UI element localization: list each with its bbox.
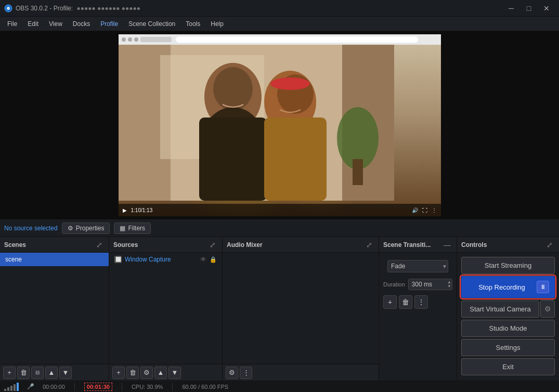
scene-move-up-btn[interactable]: ▲ xyxy=(45,367,58,379)
status-recording-timer: 00:01:30 xyxy=(84,383,112,391)
maximize-button[interactable]: □ xyxy=(521,3,537,14)
controls-minimize-btn[interactable]: ⤢ xyxy=(544,240,555,250)
browser-dot-1 xyxy=(122,37,126,42)
add-scene-btn[interactable]: + xyxy=(3,367,16,379)
gear-icon: ⚙ xyxy=(68,225,73,232)
status-mic-icon: 🎤 xyxy=(27,383,34,390)
source-lock-btn[interactable]: 🔒 xyxy=(210,256,217,263)
audio-settings-btn[interactable]: ⚙ xyxy=(226,367,238,379)
scenes-panel-header: Scenes ⤢ xyxy=(0,237,109,253)
source-label: Window Capture xyxy=(125,256,171,263)
svg-point-14 xyxy=(270,77,310,90)
status-sep-3 xyxy=(172,383,173,391)
menu-profile[interactable]: Profile xyxy=(95,18,123,30)
panels-row: Scenes ⤢ scene + 🗑 ⊟ ▲ ▼ Sources xyxy=(0,237,559,381)
sources-maximize-btn[interactable]: ⤢ xyxy=(207,240,218,250)
svg-point-9 xyxy=(213,67,253,111)
status-section-bars xyxy=(4,383,19,391)
source-visibility-btn[interactable]: 👁 xyxy=(200,256,206,263)
filter-icon: ▦ xyxy=(120,225,125,232)
audio-menu-btn[interactable]: ⋮ xyxy=(240,367,252,379)
controls-panel-content: Start Streaming Stop Recording ⏸ Start V… xyxy=(457,253,559,381)
browser-dot-3 xyxy=(134,37,138,42)
minimize-button[interactable]: ─ xyxy=(503,3,519,14)
status-cpu: CPU: 30.9% xyxy=(132,384,163,390)
scene-item-scene[interactable]: scene xyxy=(0,253,109,266)
duration-input[interactable] xyxy=(408,279,452,290)
remove-scene-btn[interactable]: 🗑 xyxy=(17,367,30,379)
properties-button[interactable]: ⚙ Properties xyxy=(62,223,110,234)
preview-area: ▶ 1:10/1:13 🔊 ⛶ ⋮ xyxy=(0,31,559,219)
stop-recording-button[interactable]: Stop Recording ⏸ xyxy=(461,276,555,298)
transition-menu-btn[interactable]: ⋮ xyxy=(414,295,428,309)
close-button[interactable]: ✕ xyxy=(538,3,555,14)
menu-edit[interactable]: Edit xyxy=(22,18,44,30)
preview-image-svg xyxy=(119,45,394,201)
duration-row: Duration ▲ ▼ xyxy=(379,277,457,292)
scenes-maximize-btn[interactable]: ⤢ xyxy=(94,240,105,250)
exit-button[interactable]: Exit xyxy=(461,358,555,375)
add-source-btn[interactable]: + xyxy=(112,367,125,379)
controls-panel-title: Controls xyxy=(461,241,541,249)
menu-docks[interactable]: Docks xyxy=(68,18,95,30)
scenes-panel-content: scene xyxy=(0,253,109,364)
bar-2 xyxy=(7,387,9,391)
start-virtual-camera-button[interactable]: Start Virtual Camera xyxy=(461,300,539,318)
browser-tab xyxy=(140,37,172,42)
sources-panel-header: Sources ⤢ xyxy=(109,237,222,253)
start-streaming-button[interactable]: Start Streaming xyxy=(461,257,555,274)
transition-actions: + 🗑 ⋮ xyxy=(379,292,457,312)
sources-panel-content: ⬜ Window Capture 👁 🔒 xyxy=(109,253,222,364)
menu-scene-collection[interactable]: Scene Collection xyxy=(123,18,180,30)
svg-point-1 xyxy=(7,7,10,10)
menu-view[interactable]: View xyxy=(44,18,68,30)
preview-fullscreen-icon: ⛶ xyxy=(422,207,427,213)
source-item-window-capture[interactable]: ⬜ Window Capture 👁 🔒 xyxy=(109,253,222,266)
preview-time: 1:10/1:13 xyxy=(131,207,153,213)
controls-panel: Controls ⤢ Start Streaming Stop Recordin… xyxy=(457,237,559,381)
scenes-panel-title: Scenes xyxy=(4,241,91,249)
remove-transition-btn[interactable]: 🗑 xyxy=(399,295,412,309)
remove-source-btn[interactable]: 🗑 xyxy=(126,367,139,379)
transitions-panel-header: Scene Transiti... — xyxy=(379,237,457,253)
bar-3 xyxy=(10,386,12,391)
signal-bars xyxy=(4,383,19,391)
source-move-down-btn[interactable]: ▼ xyxy=(168,367,181,379)
statusbar: 🎤 00:00:00 00:01:30 CPU: 30.9% 60.00 / 6… xyxy=(0,381,559,392)
preview-play-icon: ▶ xyxy=(123,207,127,213)
menu-file[interactable]: File xyxy=(2,18,22,30)
svg-rect-7 xyxy=(353,159,363,185)
audio-maximize-btn[interactable]: ⤢ xyxy=(364,240,374,250)
virtual-camera-settings-btn[interactable]: ⚙ xyxy=(540,300,555,318)
scene-properties-btn[interactable]: ⊟ xyxy=(31,367,44,379)
scene-move-down-btn[interactable]: ▼ xyxy=(59,367,72,379)
preview-controls-bar: ▶ 1:10/1:13 🔊 ⛶ ⋮ xyxy=(119,204,441,216)
info-bar: No source selected ⚙ Properties ▦ Filter… xyxy=(0,219,559,237)
preview-container[interactable]: ▶ 1:10/1:13 🔊 ⛶ ⋮ xyxy=(119,34,441,216)
settings-button[interactable]: Settings xyxy=(461,339,555,356)
duration-down-btn[interactable]: ▼ xyxy=(447,284,451,289)
menu-tools[interactable]: Tools xyxy=(180,18,205,30)
transitions-panel-title: Scene Transiti... xyxy=(383,241,439,249)
transition-select[interactable]: Fade Cut Swipe Slide xyxy=(387,260,448,272)
controls-panel-header: Controls ⤢ xyxy=(457,237,559,253)
pause-recording-button[interactable]: ⏸ xyxy=(537,281,549,293)
browser-bar xyxy=(119,34,441,45)
app-title: OBS 30.0.2 - Profile: ●●●●● ●●●●●● ●●●●● xyxy=(16,5,503,12)
filters-button[interactable]: ▦ Filters xyxy=(114,223,151,234)
status-sep-1 xyxy=(74,383,75,391)
menu-help[interactable]: Help xyxy=(205,18,229,30)
status-fps: 60.00 / 60.00 FPS xyxy=(182,384,228,390)
scenes-panel: Scenes ⤢ scene + 🗑 ⊟ ▲ ▼ xyxy=(0,237,109,381)
source-settings-btn[interactable]: ⚙ xyxy=(140,367,153,379)
browser-controls xyxy=(422,37,438,42)
audio-panel-content xyxy=(223,253,379,364)
bar-4 xyxy=(14,384,16,391)
preview-icon-group: 🔊 ⛶ ⋮ xyxy=(412,207,437,213)
studio-mode-button[interactable]: Studio Mode xyxy=(461,320,555,337)
source-move-up-btn[interactable]: ▲ xyxy=(154,367,167,379)
add-transition-btn[interactable]: + xyxy=(383,295,397,309)
status-sep-2 xyxy=(122,383,122,391)
audio-panel-header: Audio Mixer ⤢ xyxy=(223,237,379,253)
transitions-minimize-btn[interactable]: — xyxy=(442,240,452,250)
